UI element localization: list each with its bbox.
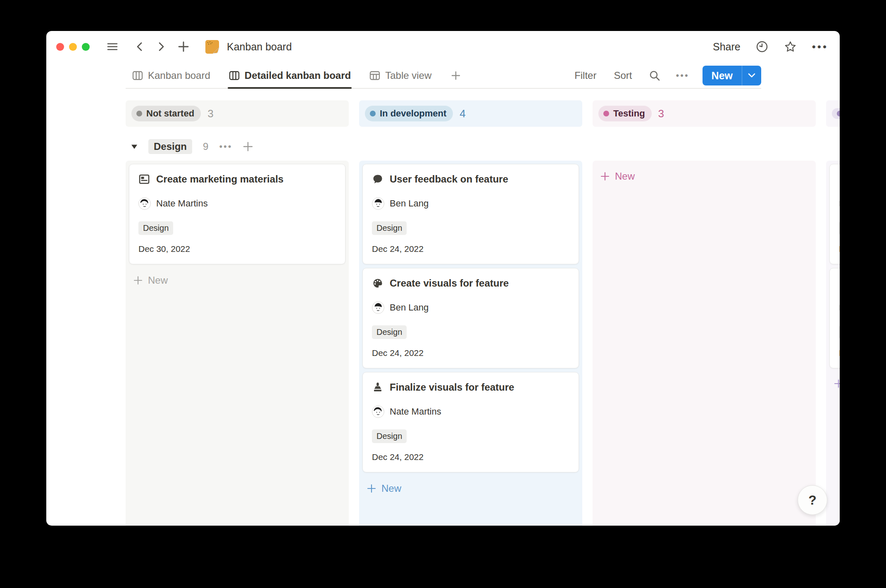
tab-label: Kanban board — [148, 70, 210, 81]
status-pill[interactable]: Not started — [131, 106, 201, 121]
tab-label: Detailed kanban board — [245, 70, 351, 81]
tab-detailed-kanban-board[interactable]: Detailed kanban board — [229, 62, 351, 89]
minimize-window-button[interactable] — [69, 43, 77, 51]
card-date: Dec 24, 2022 — [372, 452, 569, 462]
add-card-button[interactable]: New — [596, 164, 812, 189]
column-count: 3 — [658, 107, 664, 120]
card-date: Dec 24, 2022 — [372, 244, 569, 254]
view-tab-bar: Kanban board Detailed kanban board Table… — [46, 62, 840, 89]
frame-icon — [138, 173, 150, 185]
board-view-icon — [229, 70, 240, 81]
tab-label: Table view — [385, 70, 431, 81]
status-dot — [603, 111, 609, 116]
paintbrush-icon — [372, 382, 383, 393]
status-dot — [136, 111, 142, 116]
search-icon[interactable] — [648, 69, 661, 82]
help-button[interactable]: ? — [798, 485, 827, 515]
title-bar: Kanban board Share ••• — [46, 31, 840, 62]
add-card-label: New — [381, 483, 401, 494]
card-date: Dec 24, 2022 — [372, 348, 569, 358]
card-title: Create visuals for feature — [390, 277, 509, 289]
column-header-not-started: Not started 3 — [126, 100, 349, 127]
card-create-marketing-materials[interactable]: Create marketing materials Nate Martins … — [129, 164, 345, 264]
add-card-button[interactable] — [829, 372, 840, 395]
avatar-ben-lang — [372, 197, 384, 210]
card-partial-2[interactable]: D D — [829, 268, 840, 368]
avatar-bearded-man — [839, 197, 840, 210]
back-icon[interactable] — [134, 40, 145, 53]
column-partial: D D D — [826, 161, 840, 526]
close-window-button[interactable] — [56, 43, 64, 51]
card-create-visuals-for-feature[interactable]: Create visuals for feature Ben Lang Desi… — [362, 268, 579, 368]
columns-row: Create marketing materials Nate Martins … — [126, 161, 840, 526]
filter-button[interactable]: Filter — [574, 70, 596, 81]
column-testing: New — [593, 161, 816, 526]
group-count: 9 — [203, 141, 208, 152]
add-card-label: New — [615, 171, 635, 182]
tag-design: Design — [372, 429, 407, 443]
tag-design: Design — [138, 221, 173, 235]
assignee-name: Ben Lang — [390, 198, 429, 209]
new-page-icon[interactable] — [177, 40, 190, 53]
speech-bubble-icon — [372, 173, 383, 185]
tag-design: Design — [372, 221, 407, 235]
avatar-ben-lang — [372, 301, 384, 314]
group-add-icon[interactable] — [242, 141, 254, 152]
more-icon[interactable]: ••• — [812, 40, 828, 53]
add-card-button[interactable]: New — [129, 268, 345, 293]
status-dot — [837, 111, 840, 116]
tag-partial: D — [839, 221, 840, 235]
column-in-development: User feedback on feature Ben Lang Design… — [359, 161, 582, 526]
column-count: 4 — [460, 107, 465, 120]
plus-icon — [133, 275, 143, 285]
avatar-nate-martins — [372, 405, 384, 418]
column-not-started: Create marketing materials Nate Martins … — [126, 161, 349, 526]
page-icon — [205, 39, 220, 55]
traffic-lights — [56, 43, 90, 51]
sort-button[interactable]: Sort — [614, 70, 632, 81]
group-header-design: Design 9 ••• — [131, 139, 840, 154]
status-dot — [370, 111, 376, 116]
palette-icon — [372, 277, 383, 289]
status-pill[interactable]: In development — [365, 106, 453, 121]
add-view-icon[interactable] — [450, 70, 461, 81]
card-date: D — [839, 348, 840, 358]
share-button[interactable]: Share — [713, 41, 741, 53]
column-count: 3 — [207, 107, 213, 120]
table-view-icon — [369, 70, 381, 81]
card-date: D — [839, 244, 840, 254]
new-button[interactable]: New — [703, 66, 761, 85]
collapse-triangle-icon[interactable] — [131, 144, 138, 149]
column-header-partial — [826, 100, 840, 127]
card-user-feedback-on-feature[interactable]: User feedback on feature Ben Lang Design… — [362, 164, 579, 264]
page-title: Kanban board — [227, 41, 292, 53]
status-pill[interactable] — [832, 108, 840, 119]
kanban-board: Not started 3 In development 4 Testing 3 — [46, 89, 840, 526]
zoom-window-button[interactable] — [82, 43, 90, 51]
assignee-name: Ben Lang — [390, 302, 429, 313]
group-name[interactable]: Design — [148, 139, 192, 154]
board-view-icon — [132, 70, 143, 81]
tab-kanban-board[interactable]: Kanban board — [132, 62, 210, 89]
column-header-testing: Testing 3 — [593, 100, 816, 127]
plus-icon — [834, 379, 840, 389]
clock-icon[interactable] — [755, 40, 769, 53]
star-icon[interactable] — [784, 40, 797, 54]
plus-icon — [367, 484, 376, 493]
tag-design: Design — [372, 325, 407, 339]
group-options-icon[interactable]: ••• — [219, 141, 232, 152]
avatar-nate-martins — [138, 197, 151, 210]
status-pill[interactable]: Testing — [598, 106, 652, 121]
hamburger-icon[interactable] — [106, 40, 119, 53]
assignee-name: Nate Martins — [156, 198, 208, 209]
add-card-button[interactable]: New — [362, 476, 579, 501]
chevron-down-icon[interactable] — [742, 66, 761, 85]
view-options-icon[interactable]: ••• — [676, 70, 689, 81]
forward-icon[interactable] — [156, 40, 167, 53]
card-finalize-visuals-for-feature[interactable]: Finalize visuals for feature Nate Martin… — [362, 372, 579, 472]
add-card-label: New — [148, 275, 168, 286]
card-title: Create marketing materials — [156, 173, 283, 185]
card-partial-1[interactable]: D D — [829, 164, 840, 264]
card-title: Finalize visuals for feature — [390, 382, 514, 393]
tab-table-view[interactable]: Table view — [369, 62, 431, 89]
